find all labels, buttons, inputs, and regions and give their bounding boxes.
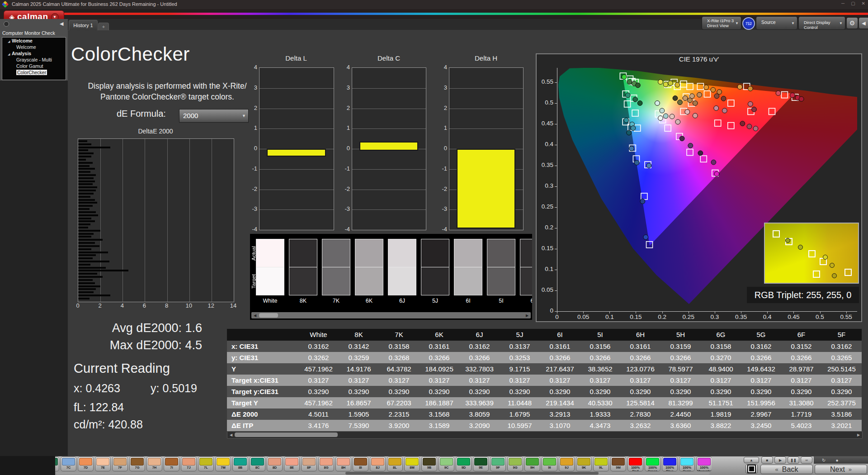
patch-button-8j[interactable]: 8J [370, 456, 386, 471]
add-tab-button[interactable]: + [98, 23, 109, 30]
patch-button-9i[interactable]: 9I [542, 456, 557, 471]
inset-measured-circle [830, 263, 835, 268]
patch-button-9e[interactable]: 9E [473, 456, 489, 471]
mini-chart-box [449, 67, 524, 230]
patch-button-9h[interactable]: 9H [524, 456, 540, 471]
patch-button-9b[interactable]: 9B [421, 456, 437, 471]
y-tick-label: 1 [437, 124, 447, 131]
sidebar-item-welcome[interactable]: ◢Welcome [2, 38, 66, 44]
swatch-scrollbar[interactable]: ◀ ▶ [251, 312, 531, 318]
swatch-scrollbar-thumb[interactable] [259, 313, 278, 318]
window-titlebar: Calman 2025 Calman Ultimate for Business… [0, 0, 868, 9]
close-icon[interactable]: ✕ [862, 1, 865, 6]
collapse-left-icon: ◀ [862, 20, 865, 26]
table-scrollbar[interactable]: ◀ ▶ [227, 431, 863, 439]
scroll-right-icon[interactable]: ▶ [856, 432, 861, 437]
sidebar-options-button[interactable] [4, 21, 9, 27]
patch-strip-scrollbar-thumb[interactable] [345, 472, 599, 475]
swatch-column: 6K [355, 239, 383, 304]
scroll-left-icon[interactable]: ◀ [228, 432, 234, 437]
maximize-icon[interactable]: ▢ [851, 1, 855, 6]
patch-color [285, 458, 298, 466]
patch-button-100-cyan[interactable]: 100% Cyan [679, 456, 695, 471]
cie-zoom-inset [764, 223, 859, 284]
patch-button-9l[interactable]: 9L [593, 456, 609, 471]
patch-button-100-green[interactable]: 100% Green [645, 456, 660, 471]
patch-button-8h[interactable]: 8H [335, 456, 351, 471]
patch-color [217, 458, 230, 466]
table-row-label: Target y:CIE31 [227, 386, 298, 397]
next-button[interactable]: Next » [815, 465, 867, 474]
patch-button-8c[interactable]: 8C [250, 456, 265, 471]
stop-button[interactable]: ■ [761, 456, 773, 464]
patch-button-7d[interactable]: 7D [78, 456, 94, 471]
patch-button-9d[interactable]: 9D [456, 456, 472, 471]
display-control-dropdown[interactable]: Direct Display Control ▼ [798, 16, 845, 30]
patch-button-8i[interactable]: 8I [353, 456, 368, 471]
table-scrollbar-thumb[interactable] [235, 432, 338, 437]
patch-button-9g[interactable]: 9G [507, 456, 523, 471]
patch-button-7m[interactable]: 7M [215, 456, 231, 471]
patch-button-7c[interactable]: 7C [61, 456, 76, 471]
minimize-icon[interactable]: ─ [841, 1, 844, 6]
patch-strip-scrollbar[interactable] [56, 472, 710, 475]
patch-button-7f[interactable]: 7F [112, 456, 128, 471]
pattern-up-button[interactable]: ▲ [744, 457, 759, 463]
patch-color [543, 458, 556, 466]
deltae-bar [78, 147, 110, 148]
patch-button-8m[interactable]: 8M [404, 456, 420, 471]
patch-button-9m[interactable]: 9M [610, 456, 626, 471]
blank-pattern-button[interactable] [745, 464, 758, 474]
pause-button[interactable]: ❚❚ [788, 456, 799, 464]
patch-button-7g[interactable]: 7G [129, 456, 145, 471]
sidebar-collapse-icon[interactable]: ◀ [60, 21, 63, 27]
source-dropdown[interactable]: Source ▼ [756, 16, 797, 30]
scroll-left-icon[interactable]: ◀ [252, 313, 258, 318]
table-column-header: 8K [339, 329, 379, 341]
patch-button-7e[interactable]: 7E [95, 456, 111, 471]
patch-button-7h[interactable]: 7H [146, 456, 162, 471]
sidebar-item-colorchecker[interactable]: ColorChecker [2, 69, 66, 76]
patch-button-9k[interactable]: 9K [576, 456, 592, 471]
back-button[interactable]: « Back [760, 465, 813, 474]
patch-button-8g[interactable]: 8G [318, 456, 334, 471]
sidebar-item-color-gamut[interactable]: Color Gamut [2, 63, 66, 69]
patch-button-100-red[interactable]: 100% Red [627, 456, 643, 471]
patch-button-7b[interactable]: 7B [55, 456, 59, 471]
settings-button[interactable]: ⚙ [846, 17, 858, 29]
swatch-actual [322, 239, 350, 267]
patch-button-8e[interactable]: 8E [284, 456, 300, 471]
patch-button-7i[interactable]: 7I [164, 456, 179, 471]
tab-history-1[interactable]: History 1 [69, 20, 98, 30]
sidebar-item-welcome[interactable]: Welcome [2, 44, 66, 50]
deltae-bar [78, 254, 96, 256]
patch-button-100-blue[interactable]: 100% Blue [662, 456, 678, 471]
de-formula-select[interactable]: 2000 ▼ [179, 109, 249, 123]
swatch-column: 6I [454, 239, 482, 304]
meter-dropdown[interactable]: X-Rite i1Pro 3 Direct View ▼ [702, 16, 741, 30]
refresh-icon[interactable]: ↻ [822, 458, 826, 463]
swatch-target [421, 267, 449, 295]
patch-button-8f[interactable]: 8F [301, 456, 317, 471]
record-icon[interactable]: ● [835, 458, 838, 463]
patch-label: 9E [473, 466, 488, 470]
patch-button-8d[interactable]: 8D [267, 456, 283, 471]
scroll-right-icon[interactable]: ▶ [524, 313, 530, 318]
loop-button[interactable]: ∞ [801, 456, 812, 464]
chevron-down-icon: ▼ [242, 114, 246, 118]
patch-button-9j[interactable]: 9J [559, 456, 575, 471]
patch-button-8l[interactable]: 8L [387, 456, 403, 471]
table-cell: 0.3290 [339, 386, 379, 397]
sidebar-item-grayscale-multi[interactable]: Grayscale - Multi [2, 57, 66, 63]
y-tick-label: -3 [247, 205, 257, 212]
patch-button-9f[interactable]: 9F [490, 456, 506, 471]
delta-bar [457, 149, 515, 228]
sidebar-item-analysis[interactable]: ◢Analysis [2, 50, 66, 57]
patch-button-100-magenta[interactable]: 100% Magenta [696, 456, 712, 471]
play-button[interactable]: ▶ [774, 456, 786, 464]
patch-button-7j[interactable]: 7J [181, 456, 197, 471]
patch-button-7l[interactable]: 7L [198, 456, 214, 471]
patch-button-8b[interactable]: 8B [232, 456, 248, 471]
patch-button-9c[interactable]: 9C [439, 456, 454, 471]
panel-collapse-button[interactable]: ◀ [859, 17, 868, 29]
